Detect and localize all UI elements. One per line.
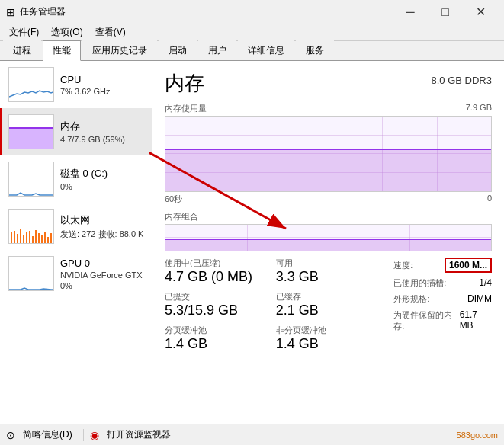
memory-mini-chart (8, 114, 54, 149)
gpu-percent: 0% (60, 281, 146, 290)
col-right: 速度: 1600 M... 已使用的插槽: 1/4 外形规格: DIMM 为硬件… (387, 258, 492, 352)
svg-rect-5 (26, 232, 27, 243)
sidebar-item-cpu[interactable]: CPU 7% 3.62 GHz (0, 61, 152, 108)
watermark: 583go.com (457, 431, 498, 440)
detail-title: 内存 (165, 70, 204, 97)
stat-slots: 已使用的插槽: 1/4 (393, 277, 492, 289)
menu-options[interactable]: 选项(O) (45, 24, 88, 40)
combo-line (165, 239, 491, 240)
main-content: CPU 7% 3.62 GHz 内存 4.7/7.9 GB (59%) (0, 61, 504, 424)
paged-value: 1.4 GB (165, 336, 270, 352)
speed-label: 速度: (393, 260, 413, 271)
nonpaged-label: 非分页缓冲池 (276, 325, 381, 336)
form-label: 外形规格: (393, 293, 429, 305)
detail-panel: 内存 8.0 GB DDR3 内存使用量 7.9 GB (152, 61, 504, 424)
menu-file[interactable]: 文件(F) (3, 24, 45, 40)
svg-rect-11 (44, 232, 46, 243)
tab-history[interactable]: 应用历史记录 (82, 40, 157, 60)
monitor-icon: ◉ (90, 429, 99, 441)
chart-time-right: 0 (487, 194, 492, 205)
stat-speed: 速度: 1600 M... (393, 258, 492, 273)
tab-process[interactable]: 进程 (3, 40, 41, 60)
committed-value: 5.3/15.9 GB (165, 303, 270, 319)
reserved-label: 为硬件保留的内存: (393, 309, 459, 332)
svg-rect-9 (38, 233, 40, 243)
cached-label: 已缓存 (276, 291, 381, 303)
paged-label: 分页缓冲池 (165, 325, 270, 336)
committed-label: 已提交 (165, 291, 270, 303)
stat-available: 可用 3.3 GB (276, 258, 381, 285)
close-button[interactable]: ✕ (463, 0, 498, 24)
disk-label: 磁盘 0 (C:) (60, 167, 146, 181)
available-label: 可用 (276, 258, 381, 269)
expand-icon: ⊙ (6, 429, 15, 441)
sidebar-item-gpu[interactable]: GPU 0 NVIDIA GeForce GTX 0% (0, 250, 152, 297)
chart-top-label: 内存使用量 (165, 103, 207, 114)
svg-rect-8 (35, 230, 37, 243)
tab-performance[interactable]: 性能 (43, 40, 81, 61)
status-divider (83, 429, 84, 441)
title-controls: ─ □ ✕ (393, 0, 498, 24)
tab-bar: 进程 性能 应用历史记录 启动 用户 详细信息 服务 (0, 41, 504, 61)
cached-value: 2.1 GB (276, 303, 381, 319)
chart-label-row: 内存使用量 7.9 GB (165, 103, 492, 114)
svg-rect-12 (47, 237, 49, 243)
sidebar-item-network[interactable]: 以太网 发送: 272 接收: 88.0 K (0, 203, 152, 250)
stat-reserved: 为硬件保留的内存: 61.7 MB (393, 309, 492, 332)
svg-rect-0 (11, 232, 12, 243)
brief-label: 简略信息(D) (23, 428, 72, 441)
svg-rect-1 (14, 231, 15, 243)
cpu-mini-chart (8, 67, 54, 102)
network-label: 以太网 (60, 213, 146, 227)
chart-top-right: 7.9 GB (466, 103, 492, 114)
chart-fill (165, 150, 491, 191)
cpu-value: 7% 3.62 GHz (60, 87, 146, 96)
tab-services[interactable]: 服务 (296, 40, 334, 60)
svg-rect-6 (29, 231, 30, 243)
chart-line (165, 149, 491, 150)
menu-bar: 文件(F) 选项(O) 查看(V) (0, 24, 504, 41)
gpu-label: GPU 0 (60, 258, 146, 269)
slots-value: 1/4 (479, 277, 492, 289)
chart-time-row: 60秒 0 (165, 194, 492, 205)
combo-chart (165, 224, 492, 251)
network-value: 发送: 272 接收: 88.0 K (60, 229, 146, 240)
disk-mini-chart (8, 162, 54, 197)
stat-nonpaged: 非分页缓冲池 1.4 GB (276, 325, 381, 352)
memory-value: 4.7/7.9 GB (59%) (60, 135, 146, 144)
available-value: 3.3 GB (276, 269, 381, 285)
speed-value: 1600 M... (445, 258, 492, 273)
form-value: DIMM (467, 293, 492, 305)
tab-startup[interactable]: 启动 (159, 40, 197, 60)
sidebar-item-memory[interactable]: 内存 4.7/7.9 GB (59%) (0, 108, 152, 155)
svg-rect-10 (41, 235, 43, 243)
brief-info-button[interactable]: 简略信息(D) (18, 427, 77, 443)
app-icon: ⊞ (6, 6, 15, 18)
stat-used: 使用中(已压缩) 4.7 GB (0 MB) (165, 258, 270, 285)
combo-section: 内存组合 (165, 211, 492, 251)
usage-chart-section: 内存使用量 7.9 GB 60秒 0 (165, 103, 492, 205)
minimize-button[interactable]: ─ (393, 0, 428, 24)
used-value: 4.7 GB (0 MB) (165, 269, 270, 285)
sidebar: CPU 7% 3.62 GHz 内存 4.7/7.9 GB (59%) (0, 61, 152, 424)
detail-header: 内存 8.0 GB DDR3 (165, 70, 492, 97)
status-left: ⊙ 简略信息(D) ◉ 打开资源监视器 (6, 427, 457, 443)
reserved-value: 61.7 MB (460, 309, 492, 332)
app-title: 任务管理器 (20, 5, 393, 18)
tab-users[interactable]: 用户 (198, 40, 236, 60)
combo-label: 内存组合 (165, 211, 492, 222)
cpu-label: CPU (60, 74, 146, 85)
detail-subtitle: 8.0 GB DDR3 (432, 75, 492, 86)
sidebar-item-disk[interactable]: 磁盘 0 (C:) 0% (0, 155, 152, 203)
menu-view[interactable]: 查看(V) (89, 24, 132, 40)
disk-info: 磁盘 0 (C:) 0% (60, 167, 146, 191)
maximize-button[interactable]: □ (428, 0, 463, 24)
title-bar: ⊞ 任务管理器 ─ □ ✕ (0, 0, 504, 24)
tab-details[interactable]: 详细信息 (238, 40, 294, 60)
open-monitor-button[interactable]: 打开资源监视器 (102, 427, 175, 443)
svg-rect-3 (20, 229, 21, 243)
stat-form: 外形规格: DIMM (393, 293, 492, 305)
col-left: 使用中(已压缩) 4.7 GB (0 MB) 已提交 5.3/15.9 GB 分… (165, 258, 270, 352)
chart-time-left: 60秒 (165, 194, 182, 205)
network-mini-chart (8, 209, 54, 244)
